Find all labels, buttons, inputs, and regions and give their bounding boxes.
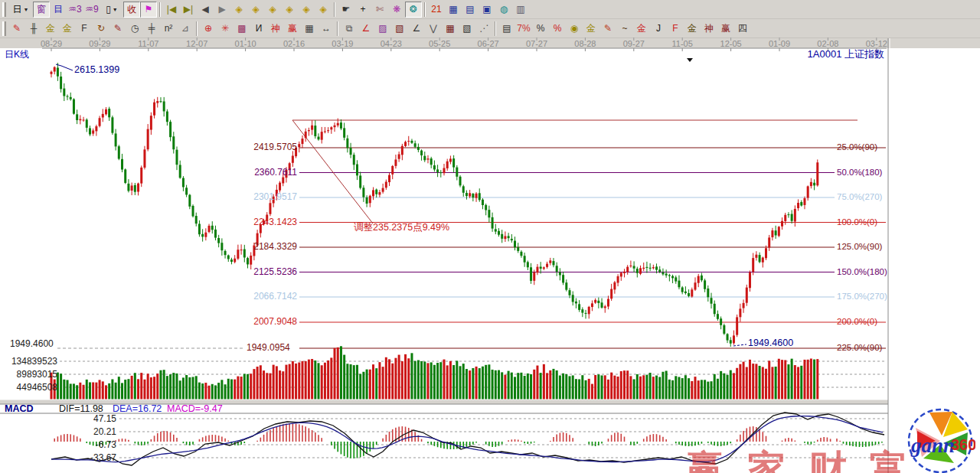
chart-window-button[interactable]: 窗: [33, 2, 50, 18]
grid-123-button[interactable]: ▦: [301, 21, 318, 37]
percent-7-button[interactable]: 7%: [515, 21, 532, 37]
golden-section-button[interactable]: 金: [42, 21, 59, 37]
gann-price-label: 2301.9517: [245, 192, 297, 202]
gann-arrow-3-icon: ◈: [269, 5, 276, 14]
shen-angle-button[interactable]: 神: [701, 21, 717, 37]
last-page-button[interactable]: ▶|: [180, 2, 197, 18]
indicator-line-9-button[interactable]: ♒9: [83, 2, 100, 18]
gann-arrow-4-button[interactable]: ◈: [281, 2, 298, 18]
gold-lines-button[interactable]: 金: [583, 21, 599, 37]
gann-arrow-5-button[interactable]: ◈: [298, 2, 315, 18]
web-grid-button[interactable]: ▩: [234, 21, 250, 37]
width-arrows-icon: ↔: [322, 24, 331, 33]
web-grid-icon: ▩: [237, 24, 246, 33]
gold-box-button[interactable]: 金: [633, 21, 650, 37]
flag-overlay-button[interactable]: ⚑: [140, 2, 157, 18]
first-page-icon: |◀: [167, 5, 176, 14]
angle-tool-button[interactable]: ⊿: [177, 21, 194, 37]
spider-web-button[interactable]: ✳: [217, 21, 234, 37]
fan-box-dark-button[interactable]: ▧: [391, 21, 408, 37]
box-range-button[interactable]: ⧉: [341, 21, 358, 37]
restore-rights-button[interactable]: 收: [123, 2, 140, 18]
volume-axis-label: 89893015: [10, 370, 57, 380]
square-n2-button[interactable]: n²: [160, 21, 177, 37]
percent-lines-button[interactable]: %: [549, 21, 566, 37]
gann-percent-label: 75.0%(270): [837, 192, 882, 202]
ruler-button[interactable]: ╫: [25, 21, 42, 37]
percent-button[interactable]: %: [532, 21, 549, 37]
grid-a-button[interactable]: ▦: [442, 21, 459, 37]
v-lines-button[interactable]: ⋁: [425, 21, 442, 37]
dropdown-caret-icon: ▼: [113, 7, 118, 12]
width-arrows-button[interactable]: ↔: [318, 21, 335, 37]
four-angle-button[interactable]: 四: [734, 21, 751, 37]
toolbar-grip[interactable]: [2, 21, 6, 36]
date-label: 09-27: [623, 39, 645, 48]
macd-macd-value: MACD=-9.47: [167, 403, 223, 414]
shen-tool-button[interactable]: 神: [267, 21, 284, 37]
pencil-gold-button[interactable]: ✎: [599, 21, 616, 37]
f-angle-button[interactable]: F: [667, 21, 684, 37]
toolbar-grip[interactable]: [2, 2, 6, 17]
j-angle-button[interactable]: J: [650, 21, 667, 37]
info-panel-button[interactable]: 目: [50, 2, 67, 18]
measure-tool-button[interactable]: ✄: [371, 2, 388, 18]
circle-target-button[interactable]: ⊕: [200, 21, 217, 37]
period-selector-button[interactable]: 日▼: [8, 2, 33, 18]
gann-arrow-1-button[interactable]: ◈: [230, 2, 247, 18]
volume-axis-label: 134839523: [10, 357, 57, 367]
watermark-text: 赢家财富网: [686, 444, 980, 473]
print-button[interactable]: ▥: [512, 2, 529, 18]
prev-page-button[interactable]: ◀: [197, 2, 214, 18]
left-axis-price-label: 1949.4600: [10, 339, 54, 349]
first-page-button[interactable]: |◀: [163, 2, 180, 18]
save-web-button[interactable]: ◍: [495, 2, 512, 18]
gann-arrow-6-button[interactable]: ◈: [315, 2, 332, 18]
gold-angle-button[interactable]: 金: [684, 21, 701, 37]
fan-lines-button[interactable]: ∠: [358, 21, 374, 37]
list-panel-button[interactable]: ▤: [498, 21, 515, 37]
wave-mark-button[interactable]: И: [250, 21, 267, 37]
ying-tool-button[interactable]: 赢: [284, 21, 301, 37]
next-page-button[interactable]: ▶: [214, 2, 230, 18]
calendar-21-button[interactable]: 21: [428, 2, 445, 18]
gann-arrow-2-button[interactable]: ◈: [247, 2, 264, 18]
calculator-button[interactable]: ▦: [445, 2, 462, 18]
pencil-draw-button[interactable]: ✎: [8, 21, 25, 37]
macd-axis-label: 47.15: [80, 414, 116, 424]
pattern-flower-button[interactable]: ❋: [388, 2, 405, 18]
macd-header: MACD DIF=11.98 DEA=16.72 MACD=-9.47: [0, 403, 536, 413]
angle-tool-icon: ⊿: [181, 24, 189, 33]
pencil-mark-button[interactable]: ✎: [109, 21, 126, 37]
ruler-2-button[interactable]: ╪: [143, 21, 160, 37]
ying-tool-icon: 赢: [288, 24, 297, 33]
spider-web-icon: ✳: [221, 24, 229, 33]
date-label: 07-27: [526, 39, 547, 48]
j-angle-icon: J: [656, 24, 661, 33]
wave-gold-button[interactable]: ~: [616, 21, 633, 37]
grid-b-button[interactable]: ▧: [459, 21, 475, 37]
percent-icon: %: [537, 24, 545, 33]
crosshair-button[interactable]: +: [354, 2, 371, 18]
angle-lines-button[interactable]: ∠: [408, 21, 425, 37]
indicator-line-3-button[interactable]: ♒3: [67, 2, 83, 18]
save-button[interactable]: ▣: [479, 2, 495, 18]
gann-price-label: 2419.5705: [245, 142, 297, 152]
gann-arrow-3-button[interactable]: ◈: [264, 2, 281, 18]
candle-style-button[interactable]: ▯▼: [100, 2, 123, 18]
gold-box-icon: 金: [637, 24, 646, 33]
golden-ratio-button[interactable]: 金: [59, 21, 76, 37]
ying-angle-button[interactable]: 赢: [717, 21, 734, 37]
date-label: 01-09: [769, 39, 790, 48]
gold-circle-button[interactable]: ◉: [566, 21, 583, 37]
spiral-button[interactable]: ↻: [93, 21, 109, 37]
date-label: 05-25: [429, 39, 450, 48]
pan-hand-button[interactable]: ☛: [338, 2, 354, 18]
smart-analysis-button[interactable]: ❂: [405, 2, 422, 18]
fan-box-purple-button[interactable]: ▨: [374, 21, 391, 37]
slant-lines-button[interactable]: ⋰: [475, 21, 492, 37]
spiral-icon: ↻: [97, 24, 105, 33]
fibonacci-button[interactable]: F: [76, 21, 93, 37]
notes-button[interactable]: ▤: [462, 2, 479, 18]
cycle-clock-button[interactable]: ◷: [126, 21, 143, 37]
